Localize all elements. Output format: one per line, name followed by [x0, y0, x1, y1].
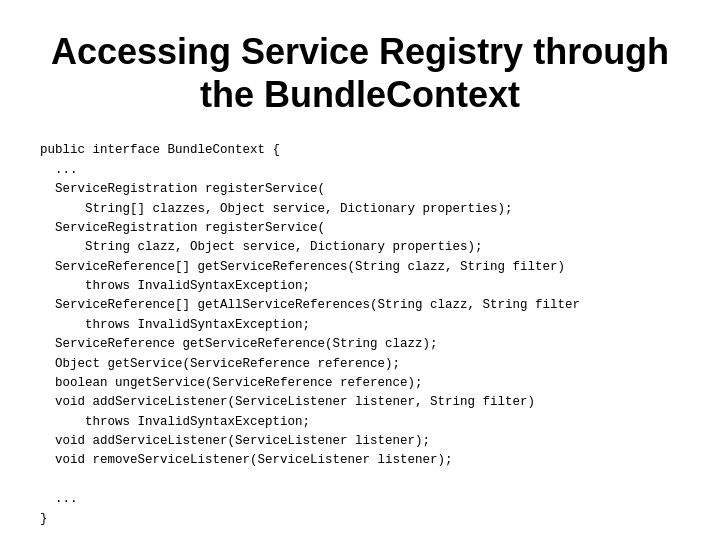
- title-block: Accessing Service Registry through the B…: [40, 30, 680, 116]
- code-block: public interface BundleContext { ... Ser…: [40, 141, 680, 529]
- slide-title: Accessing Service Registry through the B…: [40, 30, 680, 116]
- slide-container: Accessing Service Registry through the B…: [0, 0, 720, 540]
